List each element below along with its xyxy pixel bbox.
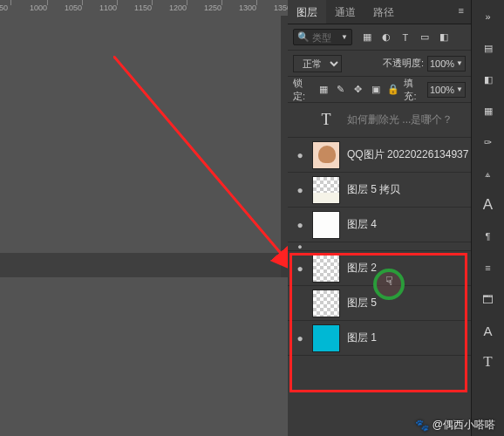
fill-input[interactable]: 100%▼	[427, 82, 466, 98]
lock-all-icon[interactable]: 🔒	[386, 84, 400, 96]
filter-shape-icon[interactable]: ▭	[417, 31, 432, 44]
blend-mode-select[interactable]: 正常	[293, 55, 342, 72]
layer-row[interactable]: 图层 5	[288, 286, 471, 321]
layer-name[interactable]: 图层 4	[347, 217, 377, 232]
layer-thumbnail	[312, 176, 340, 204]
layer-thumbnail	[312, 255, 340, 283]
visibility-toggle[interactable]: ●	[288, 219, 312, 231]
cursor-pointer-icon: ☟	[385, 274, 393, 288]
watermark: 🐾 @偶西小嗒嗒	[415, 418, 495, 433]
filter-icons: ▦ ◐ T ▭ ◧	[359, 31, 452, 44]
tab-paths[interactable]: 路径	[364, 0, 403, 24]
layer-name[interactable]: 图层 5 拷贝	[347, 182, 400, 197]
lock-move-icon[interactable]: ✥	[351, 84, 365, 96]
flyout-icon[interactable]: »	[477, 5, 500, 28]
panel-menu-icon[interactable]: ≡	[452, 0, 471, 24]
lock-label: 锁定:	[293, 77, 313, 103]
swatch-icon[interactable]: ▦	[477, 99, 500, 122]
layer-row[interactable]: T 如何删除光 ...是哪个？	[288, 103, 471, 138]
layer-search[interactable]: 🔍 ▼	[293, 29, 352, 45]
type-tool-icon[interactable]: T	[477, 351, 500, 373]
ruler-mark: 1050	[73, 0, 91, 12]
ruler-mark: 1250	[213, 0, 230, 12]
layer-row[interactable]: ●	[288, 242, 471, 251]
ruler-mark: 1200	[178, 0, 195, 12]
blend-row: 正常 不透明度: 100%▼	[288, 51, 471, 77]
paw-icon: 🐾	[415, 419, 429, 432]
color-icon[interactable]: ◧	[477, 68, 500, 91]
glyph-icon[interactable]: 🗔	[477, 288, 500, 310]
align-icon[interactable]: ≡	[477, 256, 500, 279]
fill-label: 填充:	[404, 77, 424, 103]
layer-row[interactable]: ● 图层 2	[288, 251, 471, 286]
tab-channels[interactable]: 通道	[326, 0, 364, 24]
layer-row[interactable]: ● 图层 4	[288, 208, 471, 242]
visibility-toggle[interactable]: ●	[288, 332, 312, 344]
ruler-mark: 1100	[108, 0, 126, 12]
visibility-toggle[interactable]: ●	[288, 149, 312, 161]
layer-row[interactable]: ● 图层 1	[288, 321, 471, 356]
layer-row[interactable]: ● QQ图片 20220226134937	[288, 138, 471, 173]
opacity-label: 不透明度:	[383, 57, 424, 70]
chevron-down-icon[interactable]: ▼	[456, 59, 463, 67]
layer-name[interactable]: 图层 5	[347, 296, 377, 310]
layers-list: T 如何删除光 ...是哪个？ ● QQ图片 20220226134937 ● …	[288, 103, 471, 436]
tab-layers[interactable]: 图层	[288, 0, 326, 24]
filter-smart-icon[interactable]: ◧	[436, 31, 452, 44]
canvas-below	[0, 253, 282, 277]
canvas-area: 950 1000 1050 1100 1150 1200 1250 1300 1…	[0, 0, 288, 436]
layers-panel: 图层 通道 路径 ≡ 🔍 ▼ ▦ ◐ T ▭ ◧ 正常 不透明度: 100%▼ …	[288, 0, 471, 436]
layer-thumbnail	[312, 211, 340, 239]
filter-image-icon[interactable]: ▦	[359, 31, 375, 44]
filter-adjust-icon[interactable]: ◐	[378, 31, 394, 44]
chevron-down-icon[interactable]: ▼	[341, 33, 348, 41]
lock-artboard-icon[interactable]: ▣	[369, 84, 383, 96]
lock-row: 锁定: ▦ ✎ ✥ ▣ 🔒 填充: 100%▼	[288, 77, 471, 103]
char-panel-icon[interactable]: A	[477, 319, 500, 342]
lock-pixels-icon[interactable]: ▦	[317, 84, 330, 96]
layer-thumbnail	[312, 324, 340, 352]
layer-thumbnail	[312, 141, 340, 169]
filter-row: 🔍 ▼ ▦ ◐ T ▭ ◧	[288, 24, 471, 51]
watermark-text: @偶西小嗒嗒	[432, 418, 495, 433]
layer-name[interactable]: 图层 2	[347, 261, 377, 276]
horizontal-ruler: 950 1000 1050 1100 1150 1200 1250 1300 1…	[0, 0, 288, 16]
layer-name[interactable]: QQ图片 20220226134937	[347, 147, 468, 162]
ruler-mark: 950	[3, 0, 17, 12]
right-dock: » ▤ ◧ ▦ ✑ ⟁ A ¶ ≡ 🗔 A T	[471, 0, 504, 436]
ruler-mark: 1300	[248, 0, 265, 12]
filter-type-icon[interactable]: T	[398, 31, 413, 44]
scrollbar[interactable]	[281, 16, 288, 277]
visibility-toggle[interactable]: ●	[288, 184, 312, 196]
layer-name[interactable]: 如何删除光 ...是哪个？	[347, 112, 453, 127]
paragraph-icon[interactable]: ¶	[477, 225, 500, 248]
ruler-mark: 1150	[143, 0, 160, 12]
search-input[interactable]	[312, 32, 338, 43]
lock-brush-icon[interactable]: ✎	[334, 84, 348, 96]
type-thumb-icon: T	[312, 106, 340, 134]
history-icon[interactable]: ▤	[477, 37, 500, 59]
panel-tabs: 图层 通道 路径 ≡	[288, 0, 471, 24]
layer-thumbnail	[312, 290, 340, 317]
layer-name[interactable]: 图层 1	[347, 330, 377, 345]
chevron-down-icon[interactable]: ▼	[456, 85, 463, 93]
visibility-toggle[interactable]: ●	[288, 242, 312, 251]
search-icon: 🔍	[297, 31, 310, 43]
brush-icon[interactable]: ✑	[477, 131, 500, 153]
layer-row[interactable]: ● 图层 5 拷贝	[288, 173, 471, 208]
ruler-mark: 1000	[38, 0, 56, 12]
visibility-toggle[interactable]: ●	[288, 262, 312, 275]
canvas-content[interactable]	[0, 16, 282, 253]
opacity-input[interactable]: 100%▼	[427, 56, 466, 72]
clone-icon[interactable]: ⟁	[477, 162, 500, 185]
character-large-icon[interactable]: A	[477, 194, 500, 216]
